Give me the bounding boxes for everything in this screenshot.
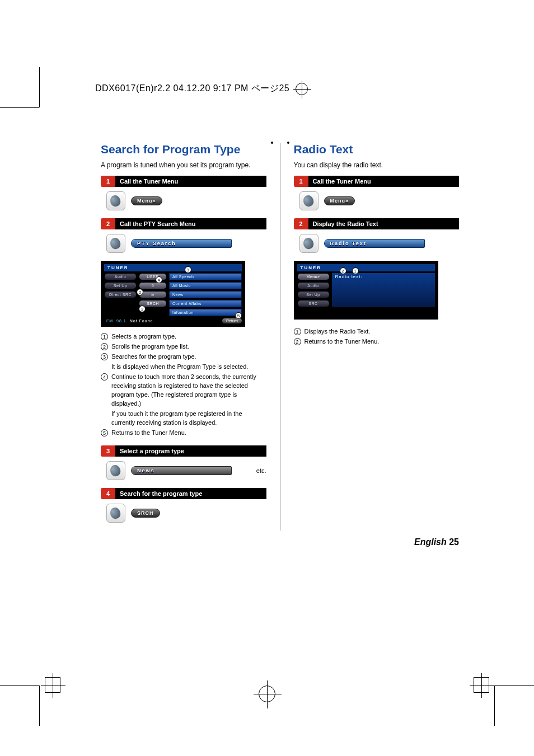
section-title-radio-text: Radio Text <box>294 143 460 156</box>
tuner-left-buttons: Audio Set Up Direct SRC <box>104 271 137 316</box>
tuner-setup-button[interactable]: Set Up <box>104 282 137 289</box>
note-text: Scrolls the program type list. <box>111 342 189 351</box>
callout-5: 5 <box>235 312 242 319</box>
touch-icon <box>299 234 318 253</box>
tuner-frequency: 98.1 <box>116 319 127 323</box>
step-number: 3 <box>101 445 115 457</box>
register-mark <box>474 677 489 693</box>
menu-button[interactable]: Menu» <box>324 196 355 205</box>
column-dot <box>287 142 289 144</box>
note-text: Returns to the Tuner Menu. <box>111 429 186 438</box>
list-item[interactable]: All Music <box>169 282 242 289</box>
step-4-bar: 4 Search for the program type <box>101 488 266 499</box>
tuner-band: FM <box>104 319 113 323</box>
list-item[interactable]: All Speech <box>169 273 242 280</box>
step-label: Call the Tuner Menu <box>308 176 460 187</box>
touch-icon <box>106 191 125 210</box>
list-item[interactable]: Infomation <box>169 309 242 316</box>
step-label: Select a program type <box>115 445 266 457</box>
callout-2: 2 <box>137 289 143 295</box>
step-number: 1 <box>101 176 115 187</box>
crop-mark <box>494 685 495 726</box>
list-item[interactable]: News <box>169 291 242 298</box>
note-num: 5 <box>101 429 108 436</box>
tuner-footer: FM 98.1 Not Found Return <box>104 318 242 323</box>
step-number: 4 <box>101 488 115 499</box>
note-text: It is displayed when the Program Type is… <box>111 363 248 372</box>
note-text: Searches for the program type. <box>111 353 196 361</box>
radio-text-area: Radio text: <box>332 273 435 307</box>
print-slug: DDX6017(En)r2.2 04.12.20 9:17 PM ページ25 <box>95 83 308 95</box>
column-dot <box>271 142 273 144</box>
step-2-bar: 2 Call the PTY Search Menu <box>101 218 266 229</box>
note-num: 4 <box>101 373 108 381</box>
step-1-action: Menu» <box>106 191 266 210</box>
tuner-audio-button[interactable]: Audio <box>104 273 137 280</box>
step-1-action: Menu» <box>299 191 460 210</box>
callout-2: 2 <box>340 267 346 274</box>
touch-icon <box>106 504 125 523</box>
radio-text-button[interactable]: Radio Text <box>324 239 425 248</box>
note-text: Displays the Radio Text. <box>305 327 371 336</box>
page-content: Search for Program Type A program is tun… <box>101 143 459 530</box>
column-divider <box>280 143 280 530</box>
tuner-header-label: TUNER <box>107 265 129 270</box>
tuner-user-button[interactable]: USER <box>139 273 167 280</box>
etc-label: etc. <box>256 467 266 474</box>
radio-menu-button[interactable]: Menu» <box>297 273 330 280</box>
slug-text: DDX6017(En)r2.2 04.12.20 9:17 PM ページ25 <box>95 83 289 93</box>
step-label: Call the Tuner Menu <box>115 176 266 187</box>
step-number: 2 <box>294 218 308 229</box>
step-1-bar: 1 Call the Tuner Menu <box>294 176 460 187</box>
callout-4: 4 <box>156 276 162 283</box>
right-column: Radio Text You can display the radio tex… <box>294 143 460 530</box>
notes-list: 1Displays the Radio Text. 2Returns to th… <box>294 327 460 346</box>
tuner-direct-src-button[interactable]: Direct SRC <box>104 291 137 298</box>
step-2-action: Radio Text <box>299 234 460 253</box>
menu-button[interactable]: Menu» <box>131 196 162 205</box>
pty-search-button[interactable]: PTY Search <box>131 239 232 248</box>
tuner-screenshot: TUNER Audio Set Up Direct SRC USER 5 ∞ S… <box>101 261 245 327</box>
radio-text-label: Radio text: <box>335 274 363 279</box>
touch-icon <box>299 191 318 210</box>
step-label: Search for the program type <box>115 488 266 499</box>
note-text: Returns to the Tuner Menu. <box>305 337 380 346</box>
note-text: Selects a program type. <box>111 332 176 341</box>
page-label: English <box>414 537 447 547</box>
tuner-return-button[interactable]: Return <box>222 318 242 323</box>
step-3-bar: 3 Select a program type <box>101 445 266 457</box>
radio-setup-button[interactable]: Set Up <box>297 291 330 298</box>
note-num: 1 <box>294 328 301 335</box>
crop-mark <box>39 67 40 107</box>
callout-1: 1 <box>352 267 359 274</box>
step-2-bar: 2 Display the Radio Text <box>294 218 460 229</box>
note-num: 1 <box>101 333 108 340</box>
step-1-bar: 1 Call the Tuner Menu <box>101 176 266 187</box>
crop-mark <box>495 685 534 686</box>
step-label: Call the PTY Search Menu <box>115 218 266 229</box>
tuner-program-list: All Speech All Music News Current Affair… <box>169 271 242 316</box>
step-3-action: News etc. <box>106 461 266 480</box>
callout-1: 1 <box>185 266 191 273</box>
step-number: 1 <box>294 176 308 187</box>
page-number-value: 25 <box>449 537 459 547</box>
list-item[interactable]: Current Affairs <box>169 300 242 307</box>
section-lead: A program is tuned when you set its prog… <box>101 161 266 170</box>
step-4-action: SRCH <box>106 504 266 523</box>
radio-audio-button[interactable]: Audio <box>297 282 330 289</box>
tuner-header: TUNER <box>297 264 435 271</box>
news-button[interactable]: News <box>131 466 232 475</box>
radio-src-button[interactable]: SRC <box>297 300 330 307</box>
section-lead: You can display the radio text. <box>294 161 460 170</box>
left-column: Search for Program Type A program is tun… <box>101 143 266 530</box>
srch-button[interactable]: SRCH <box>131 509 160 518</box>
callout-3: 3 <box>139 306 146 312</box>
register-mark <box>45 677 60 693</box>
tuner-not-found: Not Found <box>130 319 153 323</box>
step-2-action: PTY Search <box>106 234 266 253</box>
register-mark <box>259 685 275 702</box>
radio-left-buttons: Menu» Audio Set Up SRC <box>297 273 330 307</box>
crop-mark <box>39 685 40 726</box>
section-title-search-program-type: Search for Program Type <box>101 143 266 156</box>
register-icon <box>296 83 308 95</box>
